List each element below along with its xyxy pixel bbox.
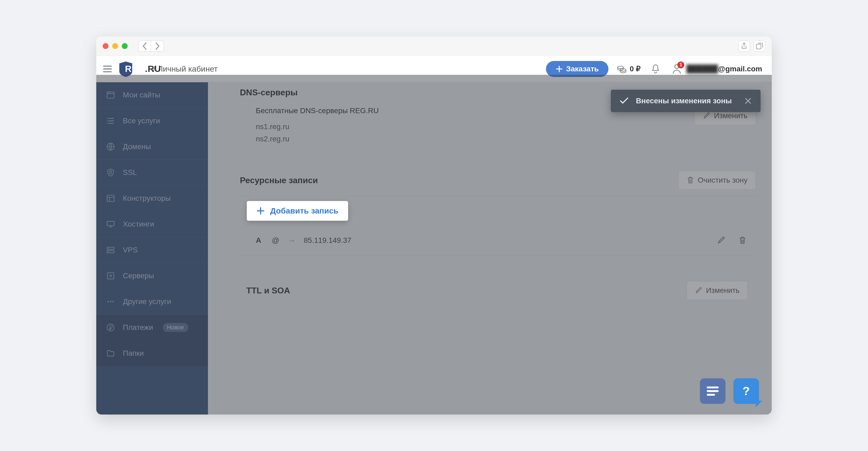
svg-point-12: [108, 251, 109, 252]
logo[interactable]: REG.RU: [118, 60, 150, 78]
record-edit-button[interactable]: [716, 235, 726, 246]
add-record-button[interactable]: Добавить запись: [247, 201, 348, 221]
globe-icon: [106, 142, 116, 151]
svg-rect-10: [107, 251, 114, 253]
sidebar-item-label: Хостинги: [123, 220, 154, 228]
dns-subtitle: Бесплатные DNS-серверы REG.RU: [256, 107, 379, 115]
shield-lock-icon: [106, 168, 116, 177]
trash-icon: [739, 236, 746, 245]
app: REG.RU / Личный кабинет Заказать: [96, 56, 772, 415]
svg-rect-9: [107, 247, 114, 249]
plus-icon: [256, 206, 265, 215]
toast-close-button[interactable]: [745, 97, 751, 104]
dots-icon: [106, 297, 116, 306]
record-delete-button[interactable]: [737, 235, 748, 246]
share-button[interactable]: [738, 40, 750, 52]
list-icon: [106, 116, 116, 126]
record-type: A: [256, 236, 272, 245]
svg-point-14: [110, 275, 112, 277]
chat-button[interactable]: [700, 378, 725, 404]
svg-point-18: [107, 324, 114, 331]
svg-point-16: [110, 301, 111, 302]
record-value: 85.119.149.37: [304, 236, 716, 245]
sidebar-item-vps[interactable]: VPS: [96, 237, 208, 263]
nav-back-button[interactable]: [138, 40, 151, 52]
builder-icon: [106, 194, 116, 203]
sidebar-item-hosting[interactable]: Хостинги: [96, 212, 208, 237]
sidebar-item-label: Папки: [123, 349, 144, 358]
content-area: DNS-серверы Бесплатные DNS-серверы REG.R…: [208, 82, 772, 415]
vps-icon: [106, 245, 116, 255]
user-email: ██████@gmail.com: [686, 65, 762, 73]
hamburger-menu-button[interactable]: [101, 62, 114, 75]
trash-icon: [687, 176, 694, 184]
sidebar-item-payments[interactable]: Платежи Новое: [96, 315, 208, 340]
window-maximize-icon[interactable]: [122, 43, 128, 49]
ruble-icon: [106, 323, 116, 332]
balance-value: 0 ₽: [630, 64, 641, 73]
sidebar-item-ssl[interactable]: SSL: [96, 160, 208, 186]
sidebar-item-label: Платежи: [123, 323, 153, 332]
sidebar-item-all-services[interactable]: Все услуги: [96, 108, 208, 134]
browser-window: REG.RU / Личный кабинет Заказать: [96, 36, 772, 415]
floating-buttons: ?: [700, 378, 759, 404]
svg-point-15: [107, 301, 109, 302]
dns-ns1: ns1.reg.ru: [256, 122, 379, 131]
svg-point-17: [113, 301, 114, 302]
breadcrumb[interactable]: / Личный кабинет: [153, 64, 218, 74]
sidebar: Мои сайты Все услуги Домены SSL: [96, 82, 208, 415]
new-badge: Новое: [163, 323, 188, 332]
check-icon: [620, 97, 628, 104]
add-record-label: Добавить запись: [270, 206, 339, 216]
pencil-icon: [717, 236, 725, 245]
clear-zone-button[interactable]: Очистить зону: [678, 171, 756, 190]
sidebar-item-label: Серверы: [123, 272, 154, 280]
pencil-icon: [695, 287, 702, 294]
svg-rect-6: [110, 172, 112, 174]
sidebar-item-domains[interactable]: Домены: [96, 134, 208, 160]
record-name: @: [272, 236, 288, 245]
window-minimize-icon[interactable]: [112, 43, 118, 49]
sidebar-item-label: Конструкторы: [123, 194, 171, 203]
ttl-section-title: TTL и SOA: [246, 286, 290, 295]
sidebar-item-folders[interactable]: Папки: [96, 340, 208, 366]
svg-rect-13: [107, 273, 114, 279]
window-close-icon[interactable]: [103, 43, 108, 49]
balance[interactable]: 0 ₽: [617, 64, 641, 74]
order-button[interactable]: Заказать: [546, 61, 609, 77]
svg-rect-7: [107, 195, 114, 201]
coins-icon: [617, 64, 626, 74]
svg-rect-0: [756, 44, 761, 49]
nav-arrows: [138, 40, 164, 52]
bell-icon: [651, 64, 660, 74]
logo-reg: REG: [125, 64, 145, 74]
nav-forward-button[interactable]: [151, 40, 164, 52]
question-icon: ?: [743, 385, 750, 398]
hosting-icon: [106, 219, 116, 229]
sidebar-item-servers[interactable]: Серверы: [96, 263, 208, 289]
records-section-title: Ресурсные записи: [240, 175, 318, 185]
sidebar-item-other[interactable]: Другие услуги: [96, 289, 208, 315]
svg-rect-8: [107, 221, 114, 225]
order-button-label: Заказать: [566, 65, 599, 73]
notes-icon: [706, 386, 719, 397]
sidebar-item-my-sites[interactable]: Мои сайты: [96, 82, 208, 108]
tabs-button[interactable]: [754, 40, 765, 52]
traffic-lights: [103, 43, 128, 49]
logo-ru: .RU: [145, 64, 161, 74]
sidebar-item-builders[interactable]: Конструкторы: [96, 186, 208, 212]
help-button[interactable]: ?: [734, 378, 759, 404]
ttl-edit-button[interactable]: Изменить: [687, 281, 748, 300]
sidebar-item-label: Домены: [123, 142, 151, 151]
topbar: REG.RU / Личный кабинет Заказать: [96, 56, 772, 82]
folder-icon: [106, 348, 116, 358]
user-menu[interactable]: 1 ██████@gmail.com: [671, 62, 762, 75]
notifications-button[interactable]: [649, 62, 662, 75]
clear-zone-label: Очистить зону: [698, 176, 747, 185]
sidebar-item-label: Другие услуги: [123, 298, 171, 306]
plus-icon: [556, 65, 563, 73]
toast-message: Внесены изменения зоны: [636, 96, 732, 105]
server-icon: [106, 271, 116, 281]
sidebar-item-label: VPS: [123, 246, 138, 254]
sidebar-item-label: SSL: [123, 168, 137, 177]
